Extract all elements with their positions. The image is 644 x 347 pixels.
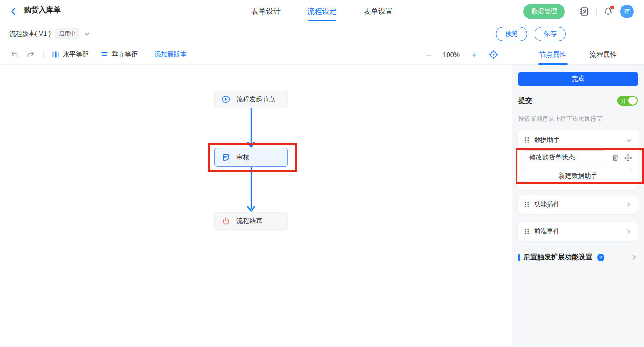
toggle-on-label: 开 [621, 97, 627, 105]
notification-bell-icon[interactable] [604, 6, 613, 16]
flow-node-review[interactable]: 审核 [214, 148, 288, 167]
chevron-down-icon[interactable] [84, 31, 90, 37]
complete-button[interactable]: 完成 [518, 72, 638, 86]
data-assistant-card: 数据助手 修改购货单状态 [518, 130, 638, 190]
version-bar: 流程版本( V1 ) 启用中 预览 保存 [0, 23, 644, 45]
version-label: 流程版本( V1 ) [9, 30, 51, 38]
contact-book-icon[interactable] [579, 6, 589, 17]
horizontal-spacing-label[interactable]: 水平等距 [63, 51, 89, 59]
version-actions: 预览 保存 [496, 27, 566, 41]
flow-canvas[interactable]: 流程发起节点 审核 流程结束 [0, 65, 512, 347]
flow-node-end[interactable]: 流程结束 [214, 212, 288, 230]
undo-redo-group [10, 51, 35, 59]
redo-icon[interactable] [27, 51, 35, 59]
post-trigger-section[interactable]: 后置触发扩展功能设置 ? [518, 253, 638, 262]
panel-content: 完成 提交 开 按设置顺序从上往下依次执行完 数据助手 [512, 65, 644, 262]
plugin-card[interactable]: 功能插件 [518, 195, 638, 214]
drag-handle-icon[interactable] [524, 137, 529, 143]
order-hint: 按设置顺序从上往下依次执行完 [518, 115, 638, 123]
save-button[interactable]: 保存 [535, 27, 566, 41]
delete-icon[interactable] [611, 154, 619, 162]
drag-handle-icon[interactable] [524, 201, 529, 208]
plugin-title: 功能插件 [534, 200, 560, 209]
divider [146, 51, 146, 58]
preview-button[interactable]: 预览 [496, 27, 527, 41]
document-edit-icon [222, 154, 230, 162]
node-label: 流程结束 [236, 217, 262, 225]
data-assistant-item-row: 修改购货单状态 [524, 150, 632, 165]
chevron-right-icon [626, 228, 632, 235]
app-header: 购货入库单 表单设计 流程设定 表单设置 数据管理 存 [0, 0, 644, 23]
undo-icon[interactable] [10, 51, 18, 59]
move-icon[interactable] [624, 154, 632, 162]
data-assistant-header[interactable]: 数据助手 [524, 136, 632, 145]
play-circle-icon [222, 95, 230, 103]
new-data-assistant-button[interactable]: 新建数据助手 [524, 169, 632, 183]
node-label: 审核 [236, 154, 249, 162]
canvas-toolbar: 水平等距 垂直等距 添加新版本 − 100% + [0, 45, 512, 65]
chevron-right-icon [626, 201, 632, 208]
toggle-knob [628, 97, 637, 105]
divider [596, 7, 597, 16]
data-manage-button[interactable]: 数据管理 [523, 4, 565, 19]
submit-label: 提交 [518, 97, 532, 105]
back-icon[interactable] [9, 7, 17, 16]
tab-node-properties[interactable]: 节点属性 [539, 45, 567, 65]
notification-dot [610, 6, 614, 9]
panel-tabs: 节点属性 流程属性 [512, 45, 644, 65]
tab-flow-properties[interactable]: 流程属性 [590, 45, 617, 65]
header-right: 数据管理 存 [523, 4, 644, 19]
horizontal-spacing-icon[interactable] [52, 51, 59, 58]
data-assistant-item[interactable]: 修改购货单状态 [524, 150, 606, 165]
divider [43, 51, 44, 58]
header-tabs: 表单设计 流程设定 表单设置 [251, 0, 393, 23]
chevron-down-icon[interactable] [626, 137, 632, 143]
properties-panel: 节点属性 流程属性 完成 提交 开 按设置顺序从上往下依次执行完 [512, 45, 644, 347]
zoom-in-button[interactable]: + [472, 51, 477, 59]
submit-toggle[interactable]: 开 [617, 96, 638, 106]
power-icon [222, 217, 230, 225]
post-trigger-title: 后置触发扩展功能设置 [523, 253, 592, 262]
section-accent-bar [518, 254, 520, 261]
drag-handle-icon[interactable] [524, 228, 529, 235]
frontend-event-title: 前端事件 [534, 228, 560, 236]
avatar[interactable]: 存 [620, 5, 634, 18]
divider [572, 7, 572, 16]
zoom-out-button[interactable]: − [426, 51, 431, 59]
frontend-event-card[interactable]: 前端事件 [518, 222, 638, 241]
tab-flow-setting[interactable]: 流程设定 [307, 0, 337, 23]
tab-form-setting[interactable]: 表单设置 [363, 0, 393, 23]
add-version-link[interactable]: 添加新版本 [155, 51, 187, 59]
tab-form-design[interactable]: 表单设计 [251, 0, 281, 23]
header-left: 购货入库单 [0, 5, 62, 18]
flow-canvas-area: 水平等距 垂直等距 添加新版本 − 100% + [0, 45, 512, 347]
page-title[interactable]: 购货入库单 [23, 5, 62, 18]
locate-center-icon[interactable] [489, 50, 499, 60]
submit-row: 提交 开 [518, 96, 638, 106]
vertical-spacing-icon[interactable] [101, 51, 108, 58]
data-assistant-title: 数据助手 [534, 136, 560, 144]
chevron-right-icon [631, 254, 638, 261]
zoom-controls: − 100% + [426, 50, 501, 60]
status-badge: 启用中 [55, 28, 79, 39]
help-icon[interactable]: ? [597, 254, 604, 261]
flow-node-start[interactable]: 流程发起节点 [214, 91, 288, 108]
zoom-level: 100% [443, 51, 460, 58]
vertical-spacing-label[interactable]: 垂直等距 [112, 51, 138, 59]
node-label: 流程发起节点 [236, 95, 275, 103]
